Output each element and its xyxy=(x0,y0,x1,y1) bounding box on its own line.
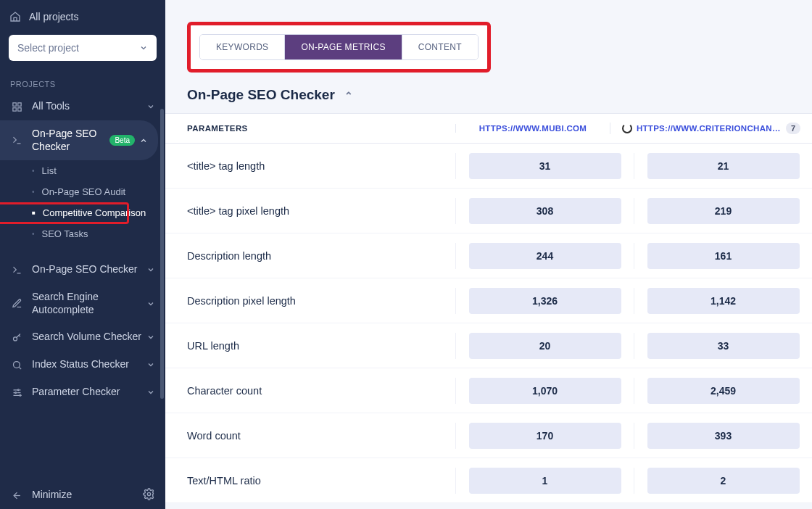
site1-url: HTTPS://WWW.MUBI.COM xyxy=(479,124,587,133)
cell-site1: 20 xyxy=(455,333,634,359)
cell-site2: 2 xyxy=(634,468,812,494)
main-content: KEYWORDS ON-PAGE METRICS CONTENT On-Page… xyxy=(165,0,812,509)
param-label: <title> tag pixel length xyxy=(165,205,455,217)
table-row: Description length244161 xyxy=(165,233,812,278)
chevron-down-icon xyxy=(146,333,155,342)
sliders-icon xyxy=(10,386,23,399)
chevron-down-icon xyxy=(146,265,155,274)
chevron-down-icon xyxy=(146,360,155,369)
value-pill: 33 xyxy=(647,333,800,359)
svg-point-7 xyxy=(14,392,16,393)
onpage2-label: On-Page SEO Checker xyxy=(32,263,146,276)
sub-list-label: List xyxy=(42,165,57,176)
sub-item-list[interactable]: List xyxy=(19,160,165,181)
table-row: <title> tag length3121 xyxy=(165,144,812,189)
tab-content[interactable]: CONTENT xyxy=(402,35,478,59)
param-label: Character count xyxy=(165,385,455,397)
select-project-placeholder: Select project xyxy=(17,42,79,54)
sidebar-scrollbar[interactable] xyxy=(160,109,164,399)
sub-item-audit[interactable]: On-Page SEO Audit xyxy=(19,181,165,202)
search-icon xyxy=(10,358,23,371)
param-label: Word count xyxy=(165,430,455,442)
svg-rect-1 xyxy=(17,102,20,105)
svg-rect-0 xyxy=(12,102,15,105)
sidebar-item-volume-checker[interactable]: Search Volume Checker xyxy=(0,323,165,351)
grid-icon xyxy=(10,100,23,113)
all-tools-label: All Tools xyxy=(32,100,146,113)
cell-site2: 1,142 xyxy=(634,288,812,314)
cell-site1: 1,326 xyxy=(455,288,634,314)
svg-point-4 xyxy=(13,336,17,340)
sidebar-item-onpage-seo-checker-2[interactable]: On-Page SEO Checker xyxy=(0,256,165,284)
beta-badge: Beta xyxy=(109,135,135,146)
chevron-up-icon: ⌃ xyxy=(344,90,353,102)
tab-onpage-metrics[interactable]: ON-PAGE METRICS xyxy=(285,35,402,59)
table-row: <title> tag pixel length308219 xyxy=(165,189,812,233)
sidebar: All projects Select project PROJECTS All… xyxy=(0,0,165,509)
cell-site2: 161 xyxy=(634,243,812,269)
site2-count-badge: 7 xyxy=(786,123,800,134)
gear-icon[interactable] xyxy=(143,488,155,500)
site2-url: HTTPS://WWW.CRITERIONCHANNE… xyxy=(637,124,782,133)
value-pill: 219 xyxy=(647,198,800,224)
chevron-down-icon xyxy=(146,299,155,308)
onpage-subitems: List On-Page SEO Audit Competitive Compa… xyxy=(0,160,165,244)
onpage-seo-label: On-Page SEO Checker xyxy=(32,128,109,153)
minimize-button[interactable]: Minimize xyxy=(0,481,165,509)
table-row: URL length2033 xyxy=(165,323,812,368)
param-label: <title> tag length xyxy=(165,160,455,172)
header-parameters: PARAMETERS xyxy=(165,124,455,133)
chevron-down-icon xyxy=(146,388,155,397)
projects-section-label: PROJECTS xyxy=(0,67,165,93)
loading-spinner-icon xyxy=(622,123,632,133)
all-projects-label: All projects xyxy=(29,11,157,22)
sidebar-item-autocomplete[interactable]: Search Engine Autocomplete xyxy=(0,284,165,323)
sub-item-comparison[interactable]: Competitive Comparison xyxy=(19,202,165,223)
header-site-2[interactable]: HTTPS://WWW.CRITERIONCHANNE… 7 xyxy=(610,123,812,134)
tabs-wrapper: KEYWORDS ON-PAGE METRICS CONTENT xyxy=(165,0,812,86)
comparison-table: PARAMETERS HTTPS://WWW.MUBI.COM HTTPS://… xyxy=(165,113,812,503)
select-project-dropdown[interactable]: Select project xyxy=(9,35,157,61)
value-pill: 1,326 xyxy=(469,288,621,314)
svg-point-5 xyxy=(13,361,20,368)
sub-tasks-label: SEO Tasks xyxy=(42,228,88,239)
value-pill: 1,070 xyxy=(469,378,621,404)
cell-site2: 2,459 xyxy=(634,378,812,404)
cell-site1: 308 xyxy=(455,198,634,224)
sidebar-item-all-tools[interactable]: All Tools xyxy=(0,93,165,120)
panel-title-row[interactable]: On-Page SEO Checker ⌃ xyxy=(165,86,812,113)
cell-site1: 170 xyxy=(455,423,634,449)
cell-site2: 219 xyxy=(634,198,812,224)
cell-site1: 31 xyxy=(455,153,634,179)
tabs: KEYWORDS ON-PAGE METRICS CONTENT xyxy=(199,34,478,60)
sidebar-item-index-status[interactable]: Index Status Checker xyxy=(0,351,165,378)
table-header: PARAMETERS HTTPS://WWW.MUBI.COM HTTPS://… xyxy=(165,114,812,144)
header-site-1[interactable]: HTTPS://WWW.MUBI.COM xyxy=(455,124,610,133)
tab-keywords[interactable]: KEYWORDS xyxy=(200,35,285,59)
value-pill: 21 xyxy=(647,153,800,179)
svg-point-6 xyxy=(17,389,19,390)
key-icon xyxy=(10,331,23,344)
terminal-icon xyxy=(10,134,23,147)
sub-item-tasks[interactable]: SEO Tasks xyxy=(19,223,165,244)
cell-site2: 393 xyxy=(634,423,812,449)
svg-rect-3 xyxy=(17,107,20,110)
chevron-up-icon xyxy=(139,136,148,145)
home-icon xyxy=(9,10,22,23)
sidebar-item-onpage-seo-checker[interactable]: On-Page SEO Checker Beta xyxy=(0,120,158,160)
terminal-icon xyxy=(10,263,23,276)
parameter-label: Parameter Checker xyxy=(32,386,146,399)
param-label: Text/HTML ratio xyxy=(165,475,455,487)
chevron-down-icon xyxy=(139,44,148,52)
all-projects-link[interactable]: All projects xyxy=(0,0,165,29)
param-label: URL length xyxy=(165,340,455,352)
panel-title: On-Page SEO Checker ⌃ xyxy=(187,87,353,103)
minimize-label: Minimize xyxy=(32,489,155,502)
table-row: Character count1,0702,459 xyxy=(165,368,812,413)
param-label: Description length xyxy=(165,250,455,262)
value-pill: 161 xyxy=(647,243,800,269)
table-row: Description pixel length1,3261,142 xyxy=(165,278,812,323)
sidebar-item-parameter-checker[interactable]: Parameter Checker xyxy=(0,378,165,406)
volume-label: Search Volume Checker xyxy=(32,331,146,344)
value-pill: 20 xyxy=(469,333,621,359)
